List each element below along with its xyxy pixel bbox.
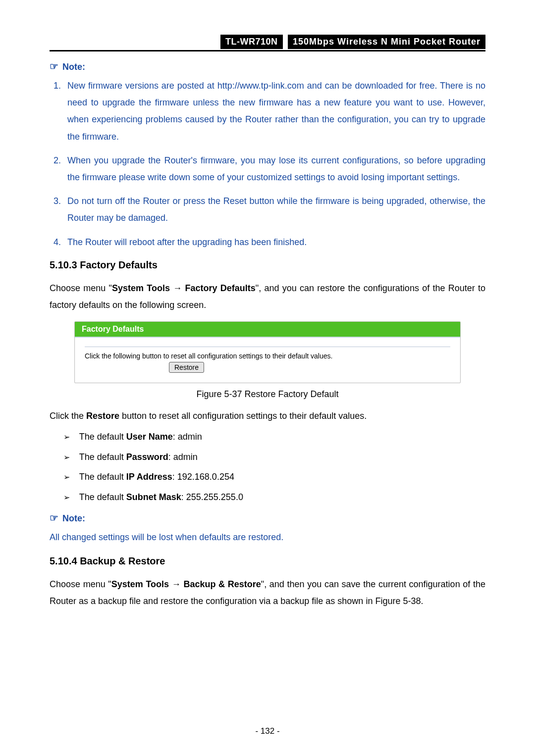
menu-arrow-2: →: [169, 579, 183, 589]
section-heading-backup-restore: 5.10.4 Backup & Restore: [50, 555, 485, 567]
default-password-value: : admin: [168, 452, 198, 462]
note-heading-2: Note:: [50, 512, 485, 524]
menu-system-tools: System Tools: [112, 283, 170, 293]
menu-backup-restore: Backup & Restore: [183, 579, 261, 589]
restore-button[interactable]: Restore: [169, 362, 204, 373]
default-subnet-value: : 255.255.255.0: [181, 492, 243, 502]
text-fragment: The default: [79, 472, 126, 482]
note-list-item: The Router will reboot after the upgradi…: [63, 234, 485, 251]
figure-body-text: Click the following button to reset all …: [85, 352, 332, 360]
default-ip-label: IP Address: [126, 472, 172, 482]
restore-instruction: Click the Restore button to reset all co…: [50, 407, 485, 424]
text-fragment: The default: [79, 492, 126, 502]
section-heading-factory-defaults: 5.10.3 Factory Defaults: [50, 259, 485, 271]
menu-system-tools-2: System Tools: [111, 579, 169, 589]
default-password-label: Password: [126, 452, 168, 462]
figure-divider: [85, 347, 450, 347]
text-fragment: The default: [79, 432, 126, 442]
text-fragment: Choose menu ": [50, 579, 111, 589]
menu-factory-defaults: Factory Defaults: [185, 283, 255, 293]
text-fragment: Choose menu ": [50, 283, 112, 293]
list-item: The default Password: admin: [63, 450, 485, 465]
defaults-list: The default User Name: admin The default…: [50, 429, 485, 504]
restore-bold: Restore: [86, 411, 119, 421]
figure-title-bar: Factory Defaults: [75, 322, 460, 338]
note-list-item: Do not turn off the Router or press the …: [63, 193, 485, 226]
default-user-name-label: User Name: [126, 432, 173, 442]
default-subnet-label: Subnet Mask: [126, 492, 181, 502]
default-ip-value: : 192.168.0.254: [172, 472, 234, 482]
note-heading-1: Note:: [50, 60, 485, 72]
note-ordered-list: New firmware versions are posted at http…: [50, 77, 485, 251]
model-description: 150Mbps Wireless N Mini Pocket Router: [288, 35, 485, 49]
text-fragment: button to reset all configuration settin…: [119, 411, 367, 421]
factory-defaults-figure: Factory Defaults Click the following but…: [74, 321, 461, 383]
default-user-name-value: : admin: [173, 432, 202, 442]
text-fragment: Click the: [50, 411, 86, 421]
list-item: The default Subnet Mask: 255.255.255.0: [63, 490, 485, 505]
note-list-item: New firmware versions are posted at http…: [63, 77, 485, 145]
document-header: TL-WR710N 150Mbps Wireless N Mini Pocket…: [50, 35, 485, 51]
menu-arrow: →: [170, 283, 185, 293]
backup-restore-intro: Choose menu "System Tools → Backup & Res…: [50, 576, 485, 609]
list-item: The default User Name: admin: [63, 429, 485, 445]
figure-caption: Figure 5-37 Restore Factory Default: [50, 389, 485, 400]
figure-body: Click the following button to reset all …: [75, 338, 460, 383]
note-body-2: All changed settings will be lost when d…: [50, 529, 485, 546]
model-number: TL-WR710N: [220, 35, 283, 49]
page-number: - 132 -: [0, 726, 535, 736]
list-item: The default IP Address: 192.168.0.254: [63, 469, 485, 485]
factory-defaults-intro: Choose menu "System Tools → Factory Defa…: [50, 280, 485, 313]
note-list-item: When you upgrade the Router's firmware, …: [63, 152, 485, 186]
text-fragment: The default: [79, 452, 126, 462]
